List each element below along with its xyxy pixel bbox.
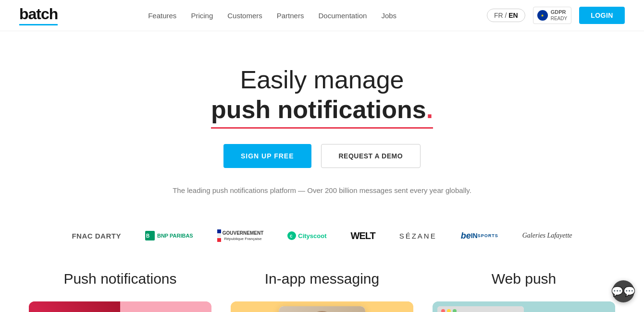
feature-push-title: Push notifications	[29, 271, 211, 287]
logo-sezane: SÉZANE	[399, 232, 437, 240]
hero-tagline: The leading push notifications platform …	[10, 185, 634, 196]
demo-button[interactable]: REQUEST A DEMO	[321, 144, 421, 168]
client-logos: FNAC DARTY B BNP PARIBAS GOUVERNEMENTRép…	[0, 215, 644, 256]
language-switcher[interactable]: FR / EN	[487, 9, 525, 22]
svg-text:B: B	[146, 233, 149, 239]
nav-features[interactable]: Features	[148, 12, 176, 20]
feature-webpush-title: Web push	[433, 271, 615, 287]
logo[interactable]: batch	[19, 5, 58, 25]
gdpr-label: GDPR	[551, 9, 567, 15]
svg-text:c: c	[290, 233, 293, 239]
hero-line1: Easily manage	[240, 66, 404, 94]
hero-section: Easily manage push notifications. SIGN U…	[0, 31, 644, 215]
nav-partners[interactable]: Partners	[277, 12, 304, 20]
eu-flag-icon: ★	[537, 10, 548, 21]
feature-inapp: In-app messaging 👗	[221, 271, 423, 312]
features-section: Push notifications 🚗 GET A DRIVER now In…	[0, 256, 644, 312]
feature-push: Push notifications 🚗 GET A DRIVER now	[19, 271, 221, 312]
chat-icon: 💬	[611, 286, 623, 297]
logo-welt: WELT	[351, 230, 375, 241]
logo-cityscoot: c Cityscoot	[287, 231, 326, 240]
nav-jobs[interactable]: Jobs	[381, 12, 396, 20]
feature-inapp-title: In-app messaging	[231, 271, 413, 287]
gdpr-sub: READY	[551, 16, 567, 21]
nav-customers[interactable]: Customers	[227, 12, 262, 20]
logo-gouvernement: GOUVERNEMENTRépublique Française	[217, 229, 264, 242]
nav-pricing[interactable]: Pricing	[191, 12, 213, 20]
nav-documentation[interactable]: Documentation	[318, 12, 367, 20]
logo-fnac-darty: FNAC DARTY	[72, 232, 121, 240]
login-button[interactable]: LOGIN	[579, 7, 625, 24]
hero-buttons: SIGN UP FREE REQUEST A DEMO	[10, 144, 634, 168]
logo-bein-sports: beIN SPORTS	[461, 231, 498, 241]
feature-webpush: Web push ✈ MyBooking Two week	[423, 271, 625, 312]
nav-right: FR / EN ★ GDPR READY LOGIN	[487, 7, 625, 24]
nav-links: Features Pricing Customers Partners Docu…	[148, 12, 396, 20]
logo-galeries-lafayette: Galeries Lafayette	[522, 232, 572, 240]
lang-fr[interactable]: FR	[494, 12, 503, 19]
chat-bubble[interactable]: 💬	[612, 280, 634, 302]
hero-headline: Easily manage push notifications.	[10, 65, 634, 125]
hero-line2: push notifications.	[211, 95, 433, 124]
navigation: batch Features Pricing Customers Partner…	[0, 0, 644, 31]
logo-bnp-paribas: B BNP PARIBAS	[145, 231, 193, 240]
lang-en[interactable]: EN	[508, 12, 518, 19]
signup-button[interactable]: SIGN UP FREE	[223, 144, 311, 168]
gdpr-badge: ★ GDPR READY	[533, 7, 571, 24]
